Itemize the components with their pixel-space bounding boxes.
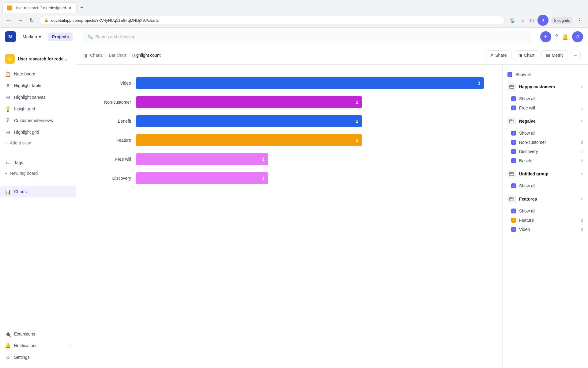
url-bar[interactable]: 🔒 dovetailapp.com/projects/3KV4yNUq11E8I… bbox=[39, 16, 505, 25]
breadcrumb-bar-chart-link[interactable]: Bar chart bbox=[109, 53, 126, 58]
panel-item-count: 1 bbox=[581, 106, 583, 110]
workspace-badge[interactable]: M bbox=[5, 31, 16, 42]
check-icon: ✓ bbox=[512, 150, 515, 153]
settings-label: Settings bbox=[14, 355, 30, 360]
panel-group-header[interactable]: Negaive ∧ bbox=[503, 114, 588, 128]
sidebar-item-notifications[interactable]: 🔔 Notifications › bbox=[0, 340, 76, 351]
settings-icon: ⚙ bbox=[5, 354, 11, 360]
bar[interactable]: 3 bbox=[136, 77, 484, 89]
panel-item-checkbox[interactable]: ✓ bbox=[511, 96, 516, 101]
panel-item-checkbox[interactable]: ✓ bbox=[511, 183, 516, 188]
active-tab[interactable]: User research for redesigned ✕ bbox=[2, 2, 77, 13]
chart-bar-row: Benefit 2 bbox=[94, 115, 484, 127]
sidebar-item-settings[interactable]: ⚙ Settings bbox=[0, 351, 76, 363]
panel-item-checkbox[interactable]: ✓ bbox=[511, 140, 516, 145]
back-button[interactable]: ← bbox=[5, 16, 13, 25]
panel-group-title: Untitled group bbox=[519, 171, 577, 176]
breadcrumb-chart-icon: ◑ bbox=[83, 52, 88, 58]
bar[interactable]: 1 bbox=[136, 153, 268, 165]
panel-item-checkbox[interactable]: ✓ bbox=[511, 158, 516, 163]
panel-group-header[interactable]: Features ∧ bbox=[503, 192, 588, 206]
bar[interactable]: 2 bbox=[136, 134, 362, 146]
breadcrumb-current: Highlight count bbox=[132, 53, 161, 58]
bar[interactable]: 1 bbox=[136, 172, 268, 184]
sidebar-item-customer-interviews[interactable]: 🎙 Customer interviews bbox=[0, 115, 76, 126]
chart-icon: ◑ bbox=[518, 53, 522, 58]
sidebar-item-insight-grid[interactable]: 💡 Insight grid bbox=[0, 103, 76, 115]
add-view-button[interactable]: + Add a view bbox=[0, 138, 76, 148]
breadcrumb-charts-link[interactable]: Charts bbox=[90, 53, 103, 58]
help-button[interactable]: ? bbox=[555, 33, 558, 40]
reload-button[interactable]: ↻ bbox=[28, 16, 35, 25]
search-bar[interactable]: 🔍 Search and discover bbox=[83, 32, 530, 42]
workspace-chevron-icon: ▾ bbox=[39, 34, 41, 39]
more-options-button[interactable]: ··· bbox=[571, 51, 581, 60]
tab-title: User research for redesigned bbox=[14, 6, 66, 10]
panel-group-chevron-icon: ∧ bbox=[580, 85, 583, 89]
sidebar: 🌟 User research for rede... 📋 Note board… bbox=[0, 46, 76, 368]
more-options-icon[interactable]: ⋮ bbox=[576, 16, 583, 25]
sidebar-item-extensions[interactable]: 🔌 Extensions bbox=[0, 328, 76, 340]
check-icon: ✓ bbox=[512, 219, 515, 222]
sidebar-item-note-board[interactable]: 📋 Note board bbox=[0, 68, 76, 80]
sidebar-item-highlight-grid[interactable]: ⊞ Highlight grid bbox=[0, 126, 76, 138]
cast-icon[interactable]: 📡 bbox=[508, 16, 517, 25]
notifications-bell-icon[interactable]: 🔔 bbox=[562, 33, 568, 40]
metric-button[interactable]: ▦ Metric bbox=[541, 50, 568, 60]
panel-item-checkbox[interactable]: ✓ bbox=[511, 209, 516, 213]
sidebar-item-highlight-table[interactable]: ≡ Highlight table bbox=[0, 80, 76, 91]
workspace-menu[interactable]: Markup ▾ bbox=[20, 33, 44, 41]
sidebar-item-highlight-canvas[interactable]: ⊞ Highlight canvas bbox=[0, 91, 76, 103]
header-actions: + ? 🔔 J bbox=[540, 31, 583, 42]
panel-item-checkbox[interactable]: ✓ bbox=[511, 227, 516, 232]
panel-item-checkbox[interactable]: ✓ bbox=[511, 149, 516, 154]
tags-label: Tags bbox=[14, 160, 23, 165]
profile-avatar[interactable]: J bbox=[537, 15, 548, 26]
sidebar-item-tags[interactable]: 🏷 Tags bbox=[0, 157, 76, 168]
panel-item-checkbox[interactable]: ✓ bbox=[511, 105, 516, 110]
right-panel: ✓ Show all Happy customers ∧ ✓ bbox=[502, 65, 588, 368]
panel-item-label: Show all bbox=[519, 183, 535, 188]
customer-interviews-icon: 🎙 bbox=[5, 117, 11, 124]
forward-button[interactable]: → bbox=[17, 16, 24, 25]
panel-group-header[interactable]: Happy customers ∧ bbox=[503, 79, 588, 94]
new-tag-board-button[interactable]: + New tag board bbox=[0, 168, 76, 178]
tags-icon: 🏷 bbox=[5, 159, 11, 166]
panel-item-checkbox[interactable]: ✓ bbox=[511, 131, 516, 136]
panel-item: ✓ Video 3 bbox=[503, 225, 588, 234]
sidebar-item-label: Highlight canvas bbox=[14, 95, 46, 100]
panel-group: Untitled group ∧ ✓ Show all bbox=[503, 167, 588, 190]
incognito-label: Incognito bbox=[551, 17, 573, 24]
user-avatar[interactable]: J bbox=[572, 31, 583, 42]
check-icon: ✓ bbox=[509, 73, 511, 76]
chart-bar-row: Non-customer 2 bbox=[94, 96, 484, 108]
chart-bar-row: Discovery 1 bbox=[94, 172, 484, 184]
tab-search-icon[interactable]: ⊡ bbox=[529, 16, 535, 25]
highlight-canvas-icon: ⊞ bbox=[5, 94, 11, 100]
sidebar-item-charts[interactable]: 📊 Charts bbox=[0, 186, 76, 197]
add-view-label: Add a view bbox=[10, 140, 31, 145]
show-all-checkbox[interactable]: ✓ bbox=[507, 72, 512, 77]
notifications-label: Notifications bbox=[14, 343, 37, 348]
browser-menu-button[interactable]: ⋮ bbox=[578, 4, 586, 12]
project-header[interactable]: 🌟 User research for rede... bbox=[0, 51, 76, 67]
highlight-grid-icon: ⊞ bbox=[5, 129, 11, 135]
chart-area: Video 3 Non-customer 2 Benefit 2 Feature… bbox=[76, 65, 588, 368]
bookmark-icon[interactable]: ☆ bbox=[519, 16, 526, 25]
panel-item-checkbox[interactable]: ✓ bbox=[511, 218, 516, 223]
add-button[interactable]: + bbox=[540, 31, 551, 42]
share-button[interactable]: ↗ Share bbox=[485, 50, 511, 60]
app: M Markup ▾ Projects 🔍 Search and discove… bbox=[0, 28, 588, 368]
chart-main: Video 3 Non-customer 2 Benefit 2 Feature… bbox=[76, 65, 502, 368]
app-header: M Markup ▾ Projects 🔍 Search and discove… bbox=[0, 28, 588, 46]
bar[interactable]: 2 bbox=[136, 115, 362, 127]
nav-projects[interactable]: Projects bbox=[48, 33, 73, 41]
bar[interactable]: 2 bbox=[136, 96, 362, 108]
panel-group-header[interactable]: Untitled group ∧ bbox=[503, 167, 588, 181]
group-folder-icon bbox=[507, 170, 516, 178]
chart-button[interactable]: ◑ Chart bbox=[514, 50, 539, 60]
tab-close-button[interactable]: ✕ bbox=[68, 6, 72, 10]
browser-actions: 📡 ☆ ⊡ J Incognito ⋮ bbox=[508, 15, 583, 26]
share-icon: ↗ bbox=[490, 53, 493, 58]
new-tab-button[interactable]: + bbox=[78, 3, 86, 12]
